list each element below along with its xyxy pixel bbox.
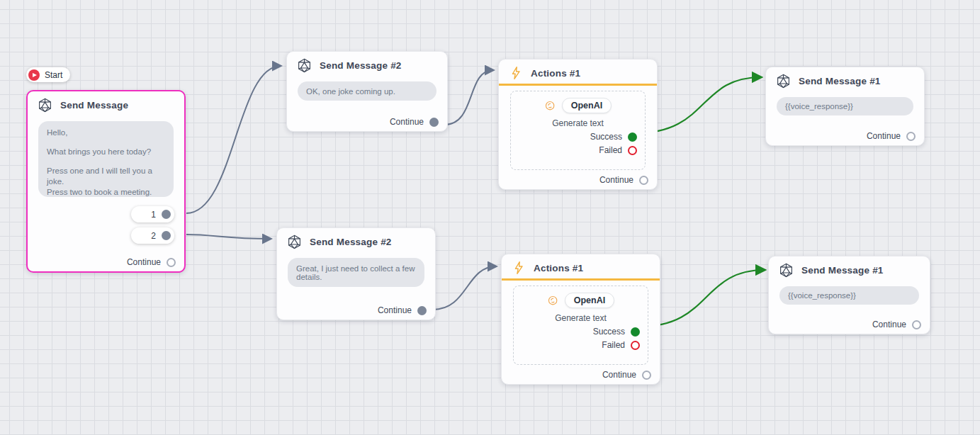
ai-brain-icon xyxy=(547,295,559,307)
start-badge[interactable]: Start xyxy=(26,67,70,82)
continue-row: Continue xyxy=(127,257,176,267)
message-node-icon xyxy=(776,74,791,89)
continue-label: Continue xyxy=(390,117,424,127)
message-line: What brings you here today? xyxy=(47,147,165,157)
failed-label: Failed xyxy=(599,145,622,155)
message-text: {{voice_response}} xyxy=(785,102,853,111)
continue-label: Continue xyxy=(599,175,633,185)
message-bubble[interactable]: OK, one joke coming up. xyxy=(298,81,437,101)
continue-row: Continue xyxy=(602,370,651,380)
continue-port[interactable] xyxy=(639,176,648,185)
node-send-message-1-top[interactable]: Send Message #1 {{voice_response}} Conti… xyxy=(765,67,925,146)
message-bubble[interactable]: {{voice_response}} xyxy=(779,286,919,305)
node-header: Send Message #1 xyxy=(766,67,924,94)
continue-port[interactable] xyxy=(429,118,439,127)
failed-port[interactable] xyxy=(628,146,637,155)
success-label: Success xyxy=(590,132,622,142)
success-port[interactable] xyxy=(628,132,637,142)
continue-label: Continue xyxy=(872,320,906,329)
success-row: Success xyxy=(514,327,648,337)
continue-row: Continue xyxy=(378,305,427,315)
action-step-box[interactable]: OpenAI Generate text Success Failed xyxy=(510,91,646,170)
action-step-box[interactable]: OpenAI Generate text Success Failed xyxy=(513,286,648,365)
node-header: Send Message #1 xyxy=(769,256,930,283)
continue-port[interactable] xyxy=(642,371,651,380)
message-node-icon xyxy=(779,263,794,278)
flow-canvas[interactable]: Start Send Message Hello, What brings yo… xyxy=(0,0,980,435)
message-text: Great, I just need to collect a few deta… xyxy=(296,264,416,281)
ai-brain-icon xyxy=(544,100,556,112)
message-node-icon xyxy=(297,58,312,73)
integration-badge[interactable]: OpenAI xyxy=(562,98,612,113)
continue-port[interactable] xyxy=(906,132,916,141)
message-line: Press two to book a meeting. xyxy=(47,187,165,198)
port-1-dot[interactable] xyxy=(162,210,171,219)
node-title: Send Message #1 xyxy=(799,76,881,86)
success-port[interactable] xyxy=(631,327,640,337)
node-header: Send Message xyxy=(28,91,184,118)
message-line xyxy=(47,157,165,166)
message-bubble[interactable]: Great, I just need to collect a few deta… xyxy=(288,258,424,287)
continue-row: Continue xyxy=(390,117,439,127)
continue-row: Continue xyxy=(867,131,916,141)
message-line: Hello, xyxy=(47,128,165,138)
port-1[interactable]: 1 xyxy=(131,206,174,222)
node-title: Send Message xyxy=(60,100,128,111)
continue-label: Continue xyxy=(602,370,636,380)
continue-label: Continue xyxy=(867,131,901,141)
failed-row: Failed xyxy=(514,340,648,350)
node-send-message-1-bottom[interactable]: Send Message #1 {{voice_response}} Conti… xyxy=(768,256,930,334)
node-title: Send Message #1 xyxy=(801,265,884,276)
node-title: Actions #1 xyxy=(531,68,580,79)
message-line xyxy=(47,138,165,147)
action-label: Generate text xyxy=(511,118,645,128)
node-send-message[interactable]: Send Message Hello, What brings you here… xyxy=(26,90,186,273)
integration-row: OpenAI xyxy=(511,98,645,113)
node-title: Send Message #2 xyxy=(320,60,402,71)
continue-row: Continue xyxy=(599,175,648,185)
continue-label: Continue xyxy=(127,257,161,267)
node-header: Send Message #2 xyxy=(287,52,447,78)
continue-port[interactable] xyxy=(912,320,921,329)
port-2-dot[interactable] xyxy=(162,231,171,240)
port-1-label: 1 xyxy=(151,210,156,220)
message-text: OK, one joke coming up. xyxy=(306,87,395,96)
message-bubble[interactable]: {{voice_response}} xyxy=(777,97,913,115)
lightning-icon xyxy=(509,66,523,80)
message-line: Press one and I will tell you a joke. xyxy=(47,166,165,187)
port-2[interactable]: 2 xyxy=(131,227,174,244)
edge-continue-to-actions-top[interactable] xyxy=(444,70,493,125)
edge-continue-to-actions-bottom[interactable] xyxy=(433,266,496,310)
edge-port2-to-send-message-2-bottom[interactable] xyxy=(186,235,271,239)
node-actions-1-bottom[interactable]: Actions #1 OpenAI Generate text Success … xyxy=(501,254,660,385)
integration-badge[interactable]: OpenAI xyxy=(565,293,614,308)
node-header: Actions #1 xyxy=(499,60,657,86)
lightning-icon xyxy=(512,261,526,275)
node-send-message-2-top[interactable]: Send Message #2 OK, one joke coming up. … xyxy=(286,51,448,132)
node-header: Send Message #2 xyxy=(277,228,435,254)
success-row: Success xyxy=(511,132,645,142)
integration-row: OpenAI xyxy=(514,293,648,308)
node-actions-1-top[interactable]: Actions #1 OpenAI Generate text Success … xyxy=(498,59,658,190)
node-title: Send Message #2 xyxy=(310,237,392,247)
failed-label: Failed xyxy=(602,340,625,350)
start-label: Start xyxy=(45,70,62,80)
node-send-message-2-bottom[interactable]: Send Message #2 Great, I just need to co… xyxy=(276,227,436,320)
message-bubble[interactable]: Hello, What brings you here today? Press… xyxy=(38,121,174,197)
continue-port[interactable] xyxy=(167,258,176,267)
action-label: Generate text xyxy=(514,313,648,323)
message-node-icon xyxy=(38,98,52,113)
success-label: Success xyxy=(593,327,625,337)
node-header: Actions #1 xyxy=(502,254,660,281)
node-title: Actions #1 xyxy=(534,263,583,273)
continue-row: Continue xyxy=(872,320,921,329)
continue-port[interactable] xyxy=(417,306,427,315)
message-node-icon xyxy=(287,235,302,249)
play-icon xyxy=(28,69,40,81)
port-2-label: 2 xyxy=(151,231,156,241)
edge-port1-to-send-message-2-top[interactable] xyxy=(186,66,281,213)
failed-row: Failed xyxy=(511,145,645,155)
failed-port[interactable] xyxy=(631,341,640,350)
message-text: {{voice_response}} xyxy=(788,291,856,300)
continue-label: Continue xyxy=(378,305,412,315)
